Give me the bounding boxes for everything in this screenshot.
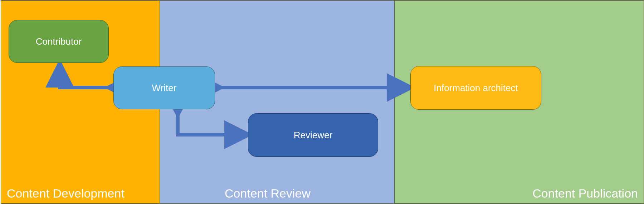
node-architect: Information architect — [410, 66, 541, 110]
panel-label-review: Content Review — [225, 186, 311, 200]
node-label-contributor: Contributor — [36, 36, 82, 47]
panel-label-development: Content Development — [7, 186, 125, 200]
node-label-writer: Writer — [152, 83, 177, 94]
diagram-stage: Content Development Content Review Conte… — [0, 0, 644, 204]
node-reviewer: Reviewer — [248, 113, 378, 157]
node-contributor: Contributor — [9, 20, 109, 63]
panel-label-publication: Content Publication — [532, 186, 638, 200]
node-label-reviewer: Reviewer — [294, 130, 332, 141]
node-writer: Writer — [113, 66, 215, 109]
node-label-architect: Information architect — [434, 83, 518, 94]
